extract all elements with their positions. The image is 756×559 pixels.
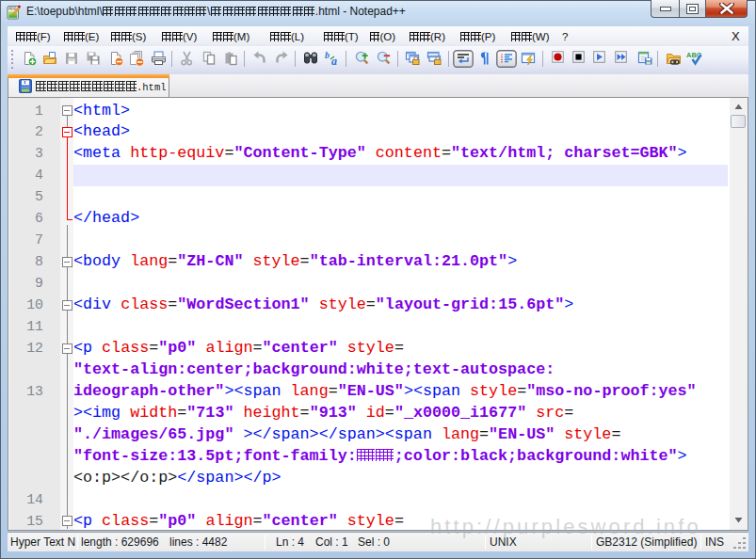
svg-text:a: a <box>331 55 337 66</box>
svg-text:b: b <box>325 51 330 60</box>
